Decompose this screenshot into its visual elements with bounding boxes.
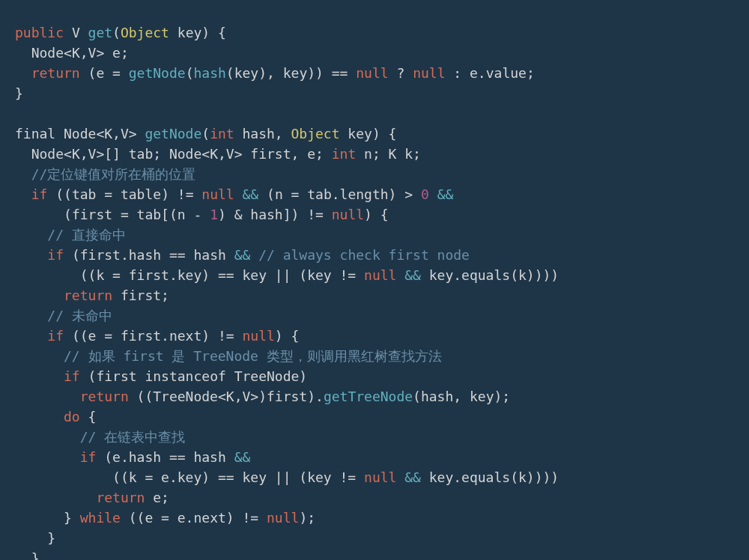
type-int: int	[210, 126, 234, 141]
type-node: Node	[31, 45, 64, 61]
code-block: public V get(Object key) { Node<K,V> e; …	[15, 22, 734, 560]
comment: // 在链表中查找	[80, 429, 186, 445]
type-object: Object	[121, 25, 169, 40]
method-getnode: getNode	[145, 126, 201, 141]
type-v: V	[72, 25, 80, 40]
call-getnode: getNode	[129, 65, 186, 81]
keyword-instanceof: instanceof	[145, 368, 225, 384]
call-gettreenode: getTreeNode	[324, 389, 413, 404]
call-hash: hash	[193, 65, 225, 81]
comment: //定位键值对所在桶的位置	[31, 166, 196, 182]
comment: // always check first node	[258, 247, 470, 263]
type-treenode: TreeNode	[153, 389, 218, 404]
method-get: get	[88, 25, 113, 40]
keyword-final: final	[15, 126, 55, 141]
keyword-null: null	[356, 65, 388, 81]
keyword-while: while	[80, 510, 121, 526]
comment: // 如果 first 是 TreeNode 类型，则调用黑红树查找方法	[64, 348, 442, 364]
comment: // 直接命中	[47, 227, 126, 243]
comment: // 未命中	[47, 308, 112, 323]
keyword-if: if	[31, 186, 48, 202]
keyword-public: public	[15, 25, 64, 40]
keyword-do: do	[64, 409, 80, 424]
number: 0	[421, 186, 429, 202]
keyword-return: return	[31, 65, 80, 81]
